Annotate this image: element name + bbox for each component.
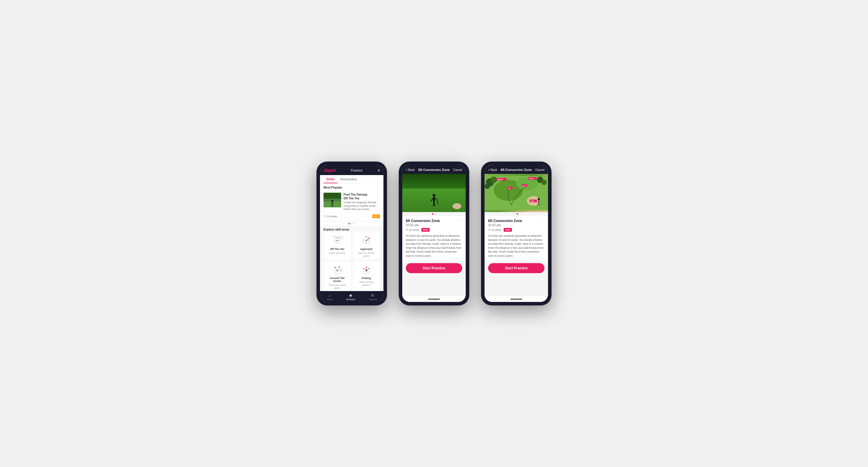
phone-3-content: Hit Miss FAIRWAY ROUGH SAND [485,174,548,296]
skill-desc-ott: Power accuracy [329,252,346,255]
phone-2: < Back 6ft Conversion Zone Cancel [399,162,469,305]
bottom-navigation: ⌂ Home ◈ Activities ⊕ Capture [320,291,383,302]
most-popular-label: Most Popular [320,184,383,190]
svg-line-43 [431,198,433,201]
skill-card-putting[interactable]: Putting Make and lag practice [352,261,380,291]
svg-point-67 [538,198,540,200]
drill-star[interactable]: ☆ [459,219,462,223]
screen-title: 6ft Conversion Zone [418,168,450,171]
activities-icon: ◈ [349,293,352,298]
phone-3-screen: < Back 6ft Conversion Zone Cancel [485,165,548,302]
phone-2-header: < Back 6ft Conversion Zone Cancel [402,165,466,174]
drill-card-title: Find The Fairway [343,193,368,197]
start-practice-button[interactable]: Start Practice [406,263,462,273]
img-dot-1 [432,213,433,215]
drill-card-body: Find The Fairway Off The Tee ☆ Create an… [343,193,380,211]
ott-icon-area [330,235,345,246]
phone-2-screen: < Back 6ft Conversion Zone Cancel [402,165,466,302]
app-logo: clippd [323,168,336,173]
svg-point-41 [433,194,435,197]
drill-shots: ⏱ 20 shots [406,229,419,231]
svg-rect-42 [433,197,435,202]
phone-1-header: clippd Practice ≡ [320,165,383,175]
drill-title: 6ft Conversion Zone [406,219,440,223]
start-practice-button-3[interactable]: Start Practice [488,263,545,273]
svg-line-12 [333,236,337,238]
skills-grid: Off The Tee Power accuracy [320,232,383,291]
home-indicator-bar [402,296,466,302]
drill-description: 20 shots are randomly generated at dista… [406,234,462,258]
menu-icon[interactable]: ≡ [378,168,380,173]
drill-badge-ott: OTT [372,214,380,218]
drill-badge-arg: ARG [422,228,430,232]
skill-desc-atg: Hone your short game [326,284,348,289]
back-button[interactable]: < Back [406,168,415,171]
phone-1-content: Most Popular [320,184,383,291]
svg-point-3 [332,200,333,202]
tab-drills[interactable]: Drills [323,175,338,183]
img-dot-2 [435,213,436,215]
home-indicator [428,299,440,300]
back-button-3[interactable]: < Back [488,168,497,171]
dot-2 [351,223,352,224]
drill-shots-3: ⏱ 20 shots [488,229,501,231]
approach-icon-area [359,235,374,246]
svg-point-23 [369,238,370,238]
skill-card-ott[interactable]: Off The Tee Power accuracy [323,232,351,260]
drill-map: Hit Miss FAIRWAY ROUGH SAND [485,174,548,212]
phone-1-screen: clippd Practice ≡ Drills Favourites Most… [320,165,383,302]
svg-text:Miss: Miss [522,185,526,187]
drill-range-3: 10-50 yds [488,224,522,227]
drill-header: 6ft Conversion Zone 10-50 yds ☆ [406,219,462,227]
drill-thumbnail [323,193,341,207]
phone-3: < Back 6ft Conversion Zone Cancel [481,162,552,305]
drill-meta: ⏱ 20 shots ARG [406,228,462,232]
nav-capture[interactable]: ⊕ Capture [369,293,377,301]
nav-home-label: Home [327,298,333,301]
drill-card-desc: Create an imaginary fairway using trees … [343,201,380,211]
dot-1 [348,223,350,224]
capture-icon: ⊕ [371,293,374,298]
svg-text:FAIRWAY: FAIRWAY [497,179,503,180]
drill-photo [402,174,466,212]
featured-drill-card[interactable]: Find The Fairway Off The Tee ☆ Create an… [320,190,383,221]
svg-text:ROUGH: ROUGH [529,178,534,179]
carousel-dots [320,222,383,226]
drill-star-icon[interactable]: ☆ [377,193,380,200]
cancel-button-3[interactable]: Cancel [535,168,545,171]
skill-name-approach: Approach [360,247,372,251]
clock-icon: ⏱ [323,215,326,218]
tabs-bar: Drills Favourites [320,175,383,184]
clock-icon-2: ⏱ [406,229,408,231]
nav-activities[interactable]: ◈ Activities [346,293,355,301]
skill-card-approach[interactable]: Approach Dial-in to hit the green [352,232,380,260]
nav-activities-label: Activities [346,298,355,301]
putting-icon-area [359,264,374,275]
phone-3-header: < Back 6ft Conversion Zone Cancel [485,165,548,174]
drill-shots-count: ⏱ 10 shots [323,215,337,218]
explore-label: Explore skill areas [320,226,383,232]
svg-line-22 [366,238,369,240]
tab-favourites[interactable]: Favourites [338,175,360,183]
home-indicator-3 [510,299,522,300]
nav-home[interactable]: ⌂ Home [327,293,333,301]
drill-card-meta: ⏱ 10 shots OTT [323,213,380,218]
svg-line-14 [340,238,343,239]
skill-card-atg[interactable]: Around The Green Hone your short game [323,261,351,291]
svg-point-53 [491,176,497,183]
skill-name-ott: Off The Tee [330,247,344,251]
atg-icon-area [330,264,345,275]
drill-title-3: 6ft Conversion Zone [488,219,522,223]
svg-line-13 [337,236,342,238]
svg-point-29 [341,269,342,270]
clock-icon-3: ⏱ [488,229,491,231]
skill-desc-putting: Make and lag practice [355,281,378,287]
cancel-button[interactable]: Cancel [453,168,462,171]
screen-title-3: 6ft Conversion Zone [501,168,532,171]
svg-point-56 [541,180,547,185]
drill-detail-card: 6ft Conversion Zone 10-50 yds ☆ ⏱ 20 sho… [402,216,466,261]
skill-name-atg: Around The Green [326,277,348,282]
skill-desc-approach: Dial-in to hit the green [355,252,378,257]
drill-star-3[interactable]: ☆ [541,219,545,223]
svg-point-21 [366,236,367,236]
